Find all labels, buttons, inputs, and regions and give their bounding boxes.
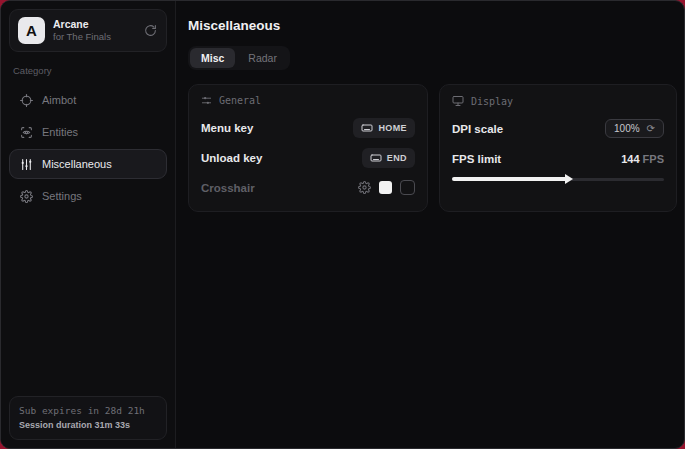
brand-card: A Arcane for The Finals [9, 9, 167, 52]
fps-limit-label: FPS limit [452, 153, 501, 165]
fps-limit-slider[interactable] [452, 173, 664, 185]
sub-expiry-text: Sub expires in 28d 21h [19, 404, 157, 418]
fps-limit-row: FPS limit 144 FPS [452, 147, 664, 170]
unload-key-value: END [387, 153, 407, 163]
keyboard-icon [370, 152, 382, 164]
menu-key-label: Menu key [201, 122, 253, 134]
keyboard-icon [361, 122, 373, 134]
crosshair-icon [19, 93, 33, 107]
sliders-icon [19, 157, 33, 171]
reset-icon[interactable]: ⟳ [647, 123, 655, 134]
brand-text: Arcane for The Finals [53, 18, 134, 43]
menu-key-value: HOME [378, 123, 407, 133]
session-duration-text: Session duration 31m 33s [19, 419, 157, 433]
fps-limit-value: 144 FPS [621, 153, 664, 165]
menu-key-bind-button[interactable]: HOME [353, 118, 415, 138]
display-panel: Display DPI scale 100% ⟳ FPS limit 144 F… [439, 84, 677, 212]
crosshair-color-swatch[interactable] [379, 181, 392, 194]
crosshair-settings-gear-icon[interactable] [358, 181, 371, 194]
sliders-horizontal-icon [201, 95, 212, 106]
dpi-scale-label: DPI scale [452, 123, 503, 135]
dpi-scale-value: 100% [614, 123, 640, 134]
general-panel: General Menu key HOME Unload key [188, 84, 428, 212]
general-panel-header: General [201, 95, 415, 106]
unload-key-label: Unload key [201, 152, 262, 164]
sidebar-item-label: Settings [42, 190, 82, 202]
fps-number: 144 [621, 153, 639, 165]
unload-key-bind-button[interactable]: END [362, 148, 415, 168]
brand-logo: A [18, 17, 45, 44]
brand-subtitle: for The Finals [53, 31, 134, 43]
display-panel-title: Display [471, 96, 513, 107]
app-window: A Arcane for The Finals Category Aimbot [0, 0, 685, 449]
fps-slider-thumb[interactable] [565, 174, 573, 184]
sidebar-nav: Aimbot Entities Miscel [9, 85, 167, 211]
subscription-status-card: Sub expires in 28d 21h Session duration … [9, 396, 167, 440]
sidebar-item-label: Aimbot [42, 94, 76, 106]
page-title: Miscellaneous [188, 18, 677, 33]
crosshair-label: Crosshair [201, 182, 255, 194]
fps-slider-fill [452, 177, 569, 181]
sidebar-item-miscellaneous[interactable]: Miscellaneous [9, 149, 167, 179]
tab-radar[interactable]: Radar [237, 48, 288, 68]
main-content: Miscellaneous Misc Radar General [176, 1, 685, 448]
category-label: Category [13, 65, 163, 76]
crosshair-row: Crosshair [201, 176, 415, 199]
monitor-icon [452, 95, 464, 107]
crosshair-controls [358, 180, 415, 195]
sidebar-item-label: Miscellaneous [42, 158, 112, 170]
sidebar-item-aimbot[interactable]: Aimbot [9, 85, 167, 115]
general-panel-title: General [219, 95, 261, 106]
brand-title: Arcane [53, 18, 134, 31]
scan-eye-icon [19, 125, 33, 139]
refresh-icon[interactable] [142, 23, 158, 39]
dpi-scale-row: DPI scale 100% ⟳ [452, 117, 664, 140]
crosshair-checkbox[interactable] [400, 180, 415, 195]
dpi-scale-button[interactable]: 100% ⟳ [605, 119, 664, 138]
gear-icon [19, 189, 33, 203]
sidebar-item-label: Entities [42, 126, 78, 138]
tab-misc[interactable]: Misc [190, 48, 235, 68]
fps-unit: FPS [643, 153, 664, 165]
menu-key-row: Menu key HOME [201, 116, 415, 139]
display-panel-header: Display [452, 95, 664, 107]
unload-key-row: Unload key END [201, 146, 415, 169]
panel-row: General Menu key HOME Unload key [188, 84, 677, 212]
tab-bar: Misc Radar [188, 46, 290, 70]
sidebar: A Arcane for The Finals Category Aimbot [1, 1, 176, 448]
sidebar-item-settings[interactable]: Settings [9, 181, 167, 211]
sidebar-item-entities[interactable]: Entities [9, 117, 167, 147]
